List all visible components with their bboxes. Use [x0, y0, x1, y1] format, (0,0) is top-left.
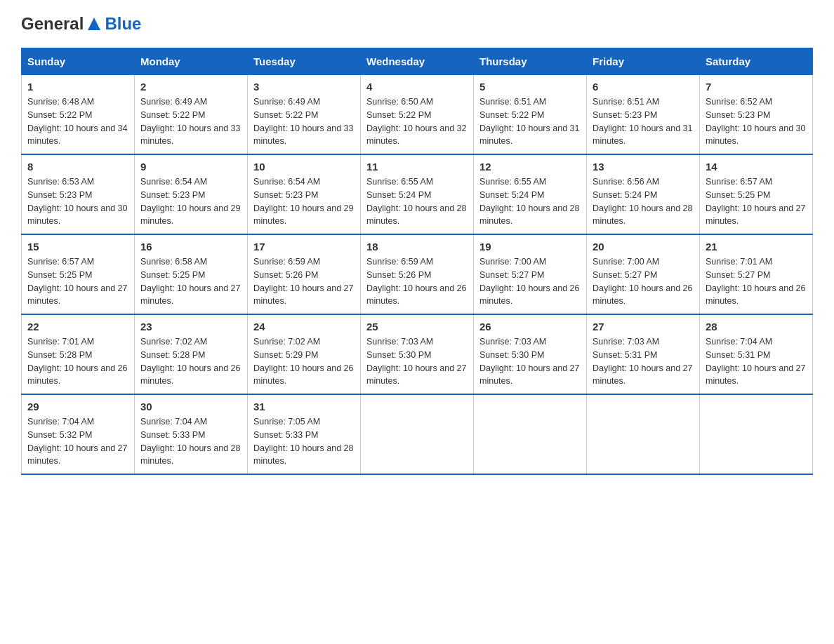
- day-info: Sunrise: 7:03 AMSunset: 5:30 PMDaylight:…: [479, 335, 581, 388]
- day-info: Sunrise: 7:01 AMSunset: 5:27 PMDaylight:…: [706, 255, 807, 308]
- day-cell: 22Sunrise: 7:01 AMSunset: 5:28 PMDayligh…: [22, 314, 135, 394]
- day-cell: 23Sunrise: 7:02 AMSunset: 5:28 PMDayligh…: [135, 314, 248, 394]
- day-cell: 5Sunrise: 6:51 AMSunset: 5:22 PMDaylight…: [474, 75, 587, 155]
- day-info: Sunrise: 7:04 AMSunset: 5:33 PMDaylight:…: [140, 415, 241, 468]
- day-cell: 7Sunrise: 6:52 AMSunset: 5:23 PMDaylight…: [700, 75, 813, 155]
- day-info: Sunrise: 7:05 AMSunset: 5:33 PMDaylight:…: [253, 415, 355, 468]
- day-cell: 8Sunrise: 6:53 AMSunset: 5:23 PMDaylight…: [22, 154, 135, 234]
- header-thursday: Thursday: [474, 48, 587, 75]
- day-cell: 10Sunrise: 6:54 AMSunset: 5:23 PMDayligh…: [248, 154, 361, 234]
- calendar-table: SundayMondayTuesdayWednesdayThursdayFrid…: [21, 48, 813, 475]
- day-info: Sunrise: 6:59 AMSunset: 5:26 PMDaylight:…: [253, 255, 355, 308]
- calendar-header: SundayMondayTuesdayWednesdayThursdayFrid…: [22, 48, 813, 75]
- day-number: 4: [366, 81, 468, 93]
- day-number: 10: [253, 161, 355, 173]
- day-cell: 3Sunrise: 6:49 AMSunset: 5:22 PMDaylight…: [248, 75, 361, 155]
- calendar-body: 1Sunrise: 6:48 AMSunset: 5:22 PMDaylight…: [22, 75, 813, 475]
- day-number: 31: [253, 401, 355, 412]
- day-cell: 14Sunrise: 6:57 AMSunset: 5:25 PMDayligh…: [700, 154, 813, 234]
- day-info: Sunrise: 6:54 AMSunset: 5:23 PMDaylight:…: [253, 175, 355, 228]
- day-cell: 19Sunrise: 7:00 AMSunset: 5:27 PMDayligh…: [474, 234, 587, 314]
- day-number: 19: [479, 241, 581, 253]
- day-cell: 16Sunrise: 6:58 AMSunset: 5:25 PMDayligh…: [135, 234, 248, 314]
- day-number: 29: [27, 401, 128, 412]
- day-number: 18: [366, 241, 468, 253]
- day-number: 30: [140, 401, 241, 412]
- day-number: 28: [706, 321, 807, 333]
- day-number: 11: [366, 161, 468, 173]
- day-info: Sunrise: 7:03 AMSunset: 5:30 PMDaylight:…: [366, 335, 468, 388]
- day-info: Sunrise: 7:04 AMSunset: 5:32 PMDaylight:…: [27, 415, 128, 468]
- day-info: Sunrise: 6:59 AMSunset: 5:26 PMDaylight:…: [366, 255, 468, 308]
- week-row-4: 22Sunrise: 7:01 AMSunset: 5:28 PMDayligh…: [22, 314, 813, 394]
- day-cell: 30Sunrise: 7:04 AMSunset: 5:33 PMDayligh…: [135, 394, 248, 474]
- day-cell: [474, 394, 587, 474]
- day-info: Sunrise: 6:55 AMSunset: 5:24 PMDaylight:…: [479, 175, 581, 228]
- day-cell: 13Sunrise: 6:56 AMSunset: 5:24 PMDayligh…: [587, 154, 700, 234]
- logo-triangle-icon: [86, 16, 102, 32]
- day-number: 27: [593, 321, 694, 333]
- day-cell: 24Sunrise: 7:02 AMSunset: 5:29 PMDayligh…: [248, 314, 361, 394]
- day-cell: 29Sunrise: 7:04 AMSunset: 5:32 PMDayligh…: [22, 394, 135, 474]
- header-saturday: Saturday: [700, 48, 813, 75]
- day-number: 6: [593, 81, 694, 93]
- day-cell: 20Sunrise: 7:00 AMSunset: 5:27 PMDayligh…: [587, 234, 700, 314]
- day-cell: 4Sunrise: 6:50 AMSunset: 5:22 PMDaylight…: [361, 75, 474, 155]
- day-number: 26: [479, 321, 581, 333]
- day-info: Sunrise: 6:53 AMSunset: 5:23 PMDaylight:…: [27, 175, 128, 228]
- day-cell: [587, 394, 700, 474]
- svg-marker-0: [88, 18, 100, 30]
- day-cell: 28Sunrise: 7:04 AMSunset: 5:31 PMDayligh…: [700, 314, 813, 394]
- day-info: Sunrise: 6:49 AMSunset: 5:22 PMDaylight:…: [140, 95, 241, 148]
- day-number: 22: [27, 321, 128, 333]
- day-info: Sunrise: 6:52 AMSunset: 5:23 PMDaylight:…: [706, 95, 807, 148]
- day-cell: [700, 394, 813, 474]
- day-info: Sunrise: 7:02 AMSunset: 5:29 PMDaylight:…: [253, 335, 355, 388]
- day-info: Sunrise: 6:51 AMSunset: 5:22 PMDaylight:…: [479, 95, 581, 148]
- logo-blue-text: Blue: [105, 14, 141, 34]
- day-info: Sunrise: 6:50 AMSunset: 5:22 PMDaylight:…: [366, 95, 468, 148]
- day-number: 20: [593, 241, 694, 253]
- day-info: Sunrise: 7:03 AMSunset: 5:31 PMDaylight:…: [593, 335, 694, 388]
- day-cell: 26Sunrise: 7:03 AMSunset: 5:30 PMDayligh…: [474, 314, 587, 394]
- day-info: Sunrise: 7:02 AMSunset: 5:28 PMDaylight:…: [140, 335, 241, 388]
- day-number: 23: [140, 321, 241, 333]
- day-number: 24: [253, 321, 355, 333]
- header-friday: Friday: [587, 48, 700, 75]
- day-info: Sunrise: 6:56 AMSunset: 5:24 PMDaylight:…: [593, 175, 694, 228]
- day-cell: [361, 394, 474, 474]
- day-number: 21: [706, 241, 807, 253]
- day-number: 3: [253, 81, 355, 93]
- day-info: Sunrise: 7:00 AMSunset: 5:27 PMDaylight:…: [479, 255, 581, 308]
- header-wednesday: Wednesday: [361, 48, 474, 75]
- day-cell: 6Sunrise: 6:51 AMSunset: 5:23 PMDaylight…: [587, 75, 700, 155]
- header-monday: Monday: [135, 48, 248, 75]
- logo-general-text: General: [21, 14, 84, 34]
- day-cell: 31Sunrise: 7:05 AMSunset: 5:33 PMDayligh…: [248, 394, 361, 474]
- day-number: 1: [27, 81, 128, 93]
- header-sunday: Sunday: [22, 48, 135, 75]
- day-info: Sunrise: 6:51 AMSunset: 5:23 PMDaylight:…: [593, 95, 694, 148]
- day-number: 17: [253, 241, 355, 253]
- header-tuesday: Tuesday: [248, 48, 361, 75]
- day-cell: 2Sunrise: 6:49 AMSunset: 5:22 PMDaylight…: [135, 75, 248, 155]
- day-cell: 15Sunrise: 6:57 AMSunset: 5:25 PMDayligh…: [22, 234, 135, 314]
- day-cell: 25Sunrise: 7:03 AMSunset: 5:30 PMDayligh…: [361, 314, 474, 394]
- day-cell: 9Sunrise: 6:54 AMSunset: 5:23 PMDaylight…: [135, 154, 248, 234]
- day-info: Sunrise: 6:57 AMSunset: 5:25 PMDaylight:…: [706, 175, 807, 228]
- day-number: 2: [140, 81, 241, 93]
- day-info: Sunrise: 7:01 AMSunset: 5:28 PMDaylight:…: [27, 335, 128, 388]
- week-row-1: 1Sunrise: 6:48 AMSunset: 5:22 PMDaylight…: [22, 75, 813, 155]
- day-number: 9: [140, 161, 241, 173]
- day-number: 13: [593, 161, 694, 173]
- week-row-3: 15Sunrise: 6:57 AMSunset: 5:25 PMDayligh…: [22, 234, 813, 314]
- day-cell: 18Sunrise: 6:59 AMSunset: 5:26 PMDayligh…: [361, 234, 474, 314]
- day-cell: 21Sunrise: 7:01 AMSunset: 5:27 PMDayligh…: [700, 234, 813, 314]
- day-info: Sunrise: 6:58 AMSunset: 5:25 PMDaylight:…: [140, 255, 241, 308]
- day-info: Sunrise: 6:55 AMSunset: 5:24 PMDaylight:…: [366, 175, 468, 228]
- day-info: Sunrise: 6:54 AMSunset: 5:23 PMDaylight:…: [140, 175, 241, 228]
- week-row-2: 8Sunrise: 6:53 AMSunset: 5:23 PMDaylight…: [22, 154, 813, 234]
- day-info: Sunrise: 7:04 AMSunset: 5:31 PMDaylight:…: [706, 335, 807, 388]
- logo: General Blue: [21, 14, 141, 34]
- day-cell: 17Sunrise: 6:59 AMSunset: 5:26 PMDayligh…: [248, 234, 361, 314]
